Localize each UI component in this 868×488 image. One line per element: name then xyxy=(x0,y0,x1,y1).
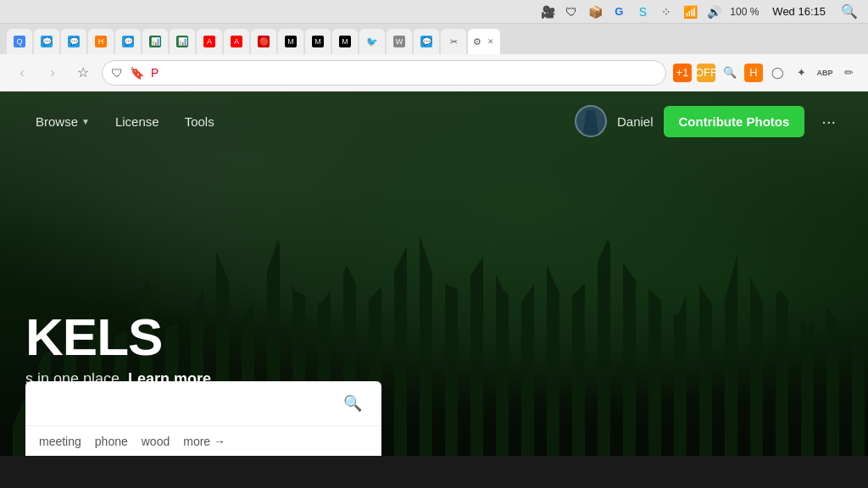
menubar-system-icons: 🎥 🛡 📦 G S ⁘ 📶 🔊 100 % Wed 16:15 🔍 xyxy=(540,3,858,19)
hero-section: Browse ▼ License Tools Daniel Contribute… xyxy=(0,92,868,456)
camera-icon: 🎥 xyxy=(540,4,555,19)
suggestion-meeting[interactable]: meeting xyxy=(39,435,81,448)
tab-10[interactable]: 🔴 xyxy=(251,29,276,54)
tab-14[interactable]: 🐦 xyxy=(359,29,385,54)
tab-1[interactable]: Q xyxy=(7,29,32,54)
contribute-photos-button[interactable]: Contribute Photos xyxy=(664,106,805,137)
tab-close-icon[interactable]: ✕ xyxy=(485,36,497,47)
tab-11[interactable]: M xyxy=(278,29,303,54)
suggestion-wood[interactable]: wood xyxy=(142,435,170,448)
ext-abp[interactable]: ABP xyxy=(815,64,834,82)
volume-icon: 🔊 xyxy=(706,4,721,19)
address-bar[interactable]: 🛡 🔖 P xyxy=(102,60,666,86)
pinterest-icon: P xyxy=(151,66,159,80)
tab-8[interactable]: A xyxy=(197,29,222,54)
suggestion-phone[interactable]: phone xyxy=(95,435,128,448)
tab-bar: Q 💬 💬 H 💬 📊 📊 A A 🔴 M M M 🐦 W 💬 ✂ ⚙✕ xyxy=(0,24,868,54)
battery-status: 100 % xyxy=(730,6,759,18)
user-avatar[interactable] xyxy=(575,105,607,137)
browser-chrome: Q 💬 💬 H 💬 📊 📊 A A 🔴 M M M 🐦 W 💬 ✂ ⚙✕ ‹ ›… xyxy=(0,24,868,92)
ext-plus1[interactable]: +1 xyxy=(673,64,692,82)
tab-16[interactable]: 💬 xyxy=(414,29,439,54)
ext-circle[interactable]: ◯ xyxy=(768,64,787,82)
shield-addr-icon: 🛡 xyxy=(111,66,123,80)
tab-17[interactable]: ✂ xyxy=(441,29,466,54)
more-options-button[interactable]: ··· xyxy=(815,108,843,135)
search-container: 🔍 meeting phone wood more → xyxy=(25,381,381,456)
back-button[interactable]: ‹ xyxy=(10,61,34,85)
g-icon: G xyxy=(611,4,626,19)
tab-3[interactable]: 💬 xyxy=(61,29,86,54)
skype-icon: S xyxy=(635,4,650,19)
browse-menu[interactable]: Browse ▼ xyxy=(25,109,100,134)
browse-label: Browse xyxy=(36,114,78,129)
shield-icon: 🛡 xyxy=(564,4,579,19)
grid-icon: ⁘ xyxy=(659,4,674,19)
hero-title: KELS xyxy=(25,311,211,363)
tab-4[interactable]: H xyxy=(88,29,114,54)
star-button[interactable]: ☆ xyxy=(71,61,95,85)
ext-hubspot[interactable]: H xyxy=(744,64,763,82)
search-input[interactable] xyxy=(39,396,329,411)
tab-5[interactable]: 💬 xyxy=(115,29,141,54)
tab-7[interactable]: 📊 xyxy=(170,29,195,54)
search-bar: 🔍 xyxy=(25,381,381,425)
search-icon[interactable]: 🔍 xyxy=(337,388,368,419)
suggestion-more[interactable]: more → xyxy=(183,435,225,448)
tab-12[interactable]: M xyxy=(305,29,331,54)
dropbox-icon: 📦 xyxy=(587,4,603,19)
spotlight-icon[interactable]: 🔍 xyxy=(841,3,858,19)
ext-search[interactable]: 🔍 xyxy=(721,64,739,82)
ext-off[interactable]: OFF xyxy=(697,64,715,82)
nav-left: Browse ▼ License Tools xyxy=(25,109,225,134)
ext-star[interactable]: ✦ xyxy=(792,64,810,82)
license-link[interactable]: License xyxy=(105,109,170,134)
clock: Wed 16:15 xyxy=(772,5,826,18)
forward-button[interactable]: › xyxy=(41,61,64,85)
tab-2[interactable]: 💬 xyxy=(34,29,59,54)
search-suggestions: meeting phone wood more → xyxy=(25,425,381,456)
nav-right: Daniel Contribute Photos ··· xyxy=(575,105,843,137)
tools-link[interactable]: Tools xyxy=(175,109,225,134)
bookmark-icon: 🔖 xyxy=(130,66,144,80)
tab-13[interactable]: M xyxy=(332,29,358,54)
tab-15[interactable]: W xyxy=(387,29,412,54)
extension-icons: +1 OFF 🔍 H ◯ ✦ ABP ✏ xyxy=(673,64,858,82)
tab-18-active[interactable]: ⚙✕ xyxy=(468,29,500,54)
site-navbar: Browse ▼ License Tools Daniel Contribute… xyxy=(0,92,868,151)
wifi-icon: 📶 xyxy=(682,4,698,19)
avatar-body xyxy=(581,110,601,136)
menubar: 🎥 🛡 📦 G S ⁘ 📶 🔊 100 % Wed 16:15 🔍 xyxy=(0,0,868,24)
tab-9[interactable]: A xyxy=(224,29,249,54)
browser-toolbar: ‹ › ☆ 🛡 🔖 P +1 OFF 🔍 H ◯ ✦ ABP ✏ xyxy=(0,54,868,92)
browse-chevron: ▼ xyxy=(81,117,90,126)
user-name-label: Daniel xyxy=(617,114,654,129)
tab-6[interactable]: 📊 xyxy=(142,29,168,54)
ext-edit[interactable]: ✏ xyxy=(839,64,858,82)
hero-content: KELS s in one place. Learn more xyxy=(25,311,211,388)
